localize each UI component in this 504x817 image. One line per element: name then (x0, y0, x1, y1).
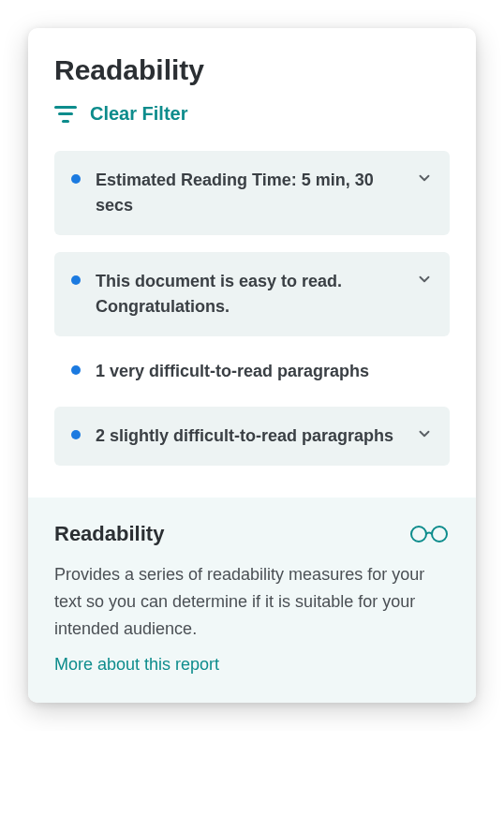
bullet-icon (71, 430, 81, 439)
more-about-link[interactable]: More about this report (54, 655, 219, 674)
item-very-difficult[interactable]: 1 very difficult-to-read paragraphs (54, 353, 450, 390)
glasses-icon (408, 525, 450, 543)
info-description: Provides a series of readability measure… (54, 561, 450, 642)
svg-point-0 (411, 527, 426, 542)
chevron-down-icon (416, 271, 433, 288)
bullet-icon (71, 275, 81, 285)
clear-filter-button[interactable]: Clear Filter (90, 103, 187, 125)
readability-items: Estimated Reading Time: 5 min, 30 secs T… (54, 151, 450, 466)
item-slightly-difficult[interactable]: 2 slightly difficult-to-read paragraphs (54, 407, 450, 466)
info-title: Readability (54, 522, 164, 546)
info-header: Readability (54, 522, 450, 546)
chevron-down-icon (416, 170, 433, 186)
page-title: Readability (54, 54, 450, 86)
filter-row: Clear Filter (54, 103, 450, 125)
filter-icon (54, 106, 77, 123)
item-label: 2 slightly difficult-to-read paragraphs (96, 423, 401, 449)
bullet-icon (71, 365, 81, 375)
chevron-down-icon (416, 425, 433, 442)
svg-point-1 (432, 527, 447, 542)
item-label: This document is easy to read. Congratul… (96, 269, 401, 319)
bullet-icon (71, 174, 81, 184)
info-section: Readability Provides a series of readabi… (28, 498, 476, 703)
readability-panel: Readability Clear Filter Estimated Readi… (28, 28, 476, 703)
panel-body: Readability Clear Filter Estimated Readi… (28, 28, 476, 466)
item-label: 1 very difficult-to-read paragraphs (96, 359, 433, 384)
item-easy-to-read[interactable]: This document is easy to read. Congratul… (54, 252, 450, 336)
item-reading-time[interactable]: Estimated Reading Time: 5 min, 30 secs (54, 151, 450, 235)
item-label: Estimated Reading Time: 5 min, 30 secs (96, 168, 401, 218)
